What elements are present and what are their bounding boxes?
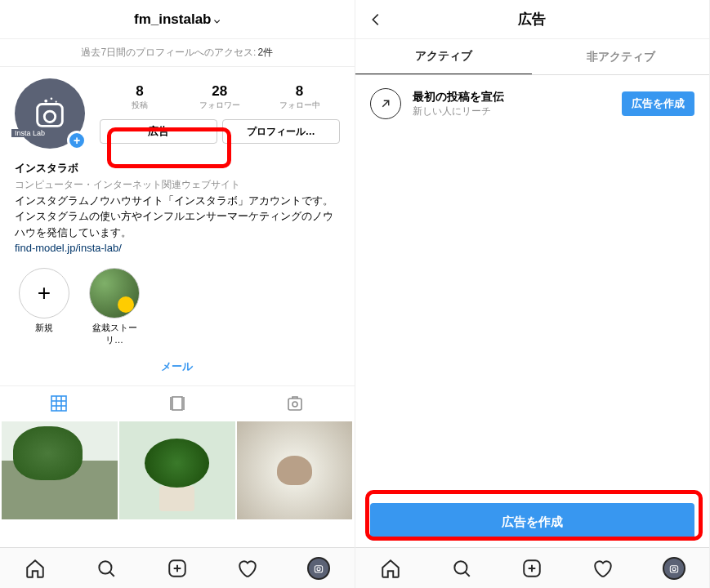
followers-stat[interactable]: 28 フォロワー [180, 83, 260, 111]
entry-title: 最初の投稿を宣伝 [413, 90, 504, 105]
svg-point-27 [454, 561, 467, 573]
add-story-badge[interactable]: + [67, 131, 87, 150]
insights-bar[interactable]: 過去7日間のプロフィールへのアクセス: 2件 [0, 39, 355, 67]
page-title: 広告 [518, 10, 546, 29]
email-button[interactable]: メール [0, 351, 355, 385]
profile-nav[interactable] [284, 548, 355, 588]
create-ad-pill-button[interactable]: 広告を作成 [622, 91, 694, 116]
avatar-brand-label: Insta Lab [11, 129, 48, 137]
tab-active[interactable]: アクティブ [355, 39, 533, 74]
svg-point-19 [99, 561, 111, 573]
following-label: フォロー中 [260, 100, 340, 111]
svg-point-7 [51, 97, 53, 100]
search-nav[interactable] [71, 548, 142, 588]
posts-stat[interactable]: 8 投稿 [100, 83, 180, 111]
feed-view-tab[interactable] [118, 386, 237, 421]
username: fm_instalab [134, 11, 211, 28]
username-dropdown[interactable]: fm_instalab ⌵ [134, 11, 220, 28]
post-thumbnail[interactable] [2, 421, 118, 519]
highlight-story[interactable]: 盆栽ストーリ… [85, 268, 144, 346]
svg-line-20 [109, 572, 114, 576]
svg-point-6 [44, 100, 47, 103]
posts-label: 投稿 [100, 100, 180, 111]
svg-line-28 [465, 572, 469, 576]
home-nav[interactable] [355, 548, 426, 588]
arrow-up-right-icon [370, 88, 401, 119]
svg-line-26 [382, 100, 389, 107]
edit-profile-button[interactable]: プロフィール… [222, 119, 340, 144]
plus-icon: + [19, 268, 69, 318]
svg-rect-32 [670, 565, 677, 572]
highlight-thumbnail [89, 268, 140, 318]
promote-first-post-row[interactable]: 最初の投稿を宣伝 新しい人にリーチ 広告を作成 [355, 75, 710, 132]
tab-inactive[interactable]: 非アクティブ [532, 39, 709, 74]
highlight-new-label: 新規 [15, 322, 74, 334]
svg-rect-14 [172, 397, 182, 410]
profile-category: コンピューター・インターネット関連ウェブサイト [15, 177, 340, 192]
highlight-story-label: 盆栽ストーリ… [85, 322, 144, 346]
svg-point-5 [44, 111, 55, 122]
tagged-view-tab[interactable] [236, 386, 355, 421]
highlight-new[interactable]: + 新規 [15, 268, 74, 346]
svg-rect-17 [288, 399, 301, 410]
profile-nav[interactable] [638, 548, 709, 588]
svg-point-33 [672, 567, 676, 570]
search-nav[interactable] [426, 548, 497, 588]
following-count: 8 [260, 83, 340, 100]
svg-point-18 [292, 402, 297, 407]
grid-view-tab[interactable] [0, 386, 118, 421]
profile-name: インスタラボ [15, 160, 340, 176]
insights-count: 2件 [257, 46, 273, 60]
svg-rect-9 [51, 396, 66, 411]
svg-rect-24 [315, 565, 322, 572]
chevron-down-icon: ⌵ [214, 14, 220, 25]
post-thumbnail[interactable] [119, 421, 235, 519]
svg-point-8 [56, 100, 57, 102]
profile-link[interactable]: find-model.jp/insta-lab/ [15, 240, 340, 256]
profile-avatar[interactable]: Insta Lab + [15, 78, 85, 149]
add-post-nav[interactable] [497, 548, 568, 588]
add-post-nav[interactable] [141, 548, 212, 588]
following-stat[interactable]: 8 フォロー中 [260, 83, 340, 111]
followers-count: 28 [180, 83, 260, 100]
create-ad-big-button[interactable]: 広告を作成 [370, 503, 695, 541]
insights-text: 過去7日間のプロフィールへのアクセス: [81, 46, 256, 60]
posts-count: 8 [100, 83, 180, 100]
profile-bio-text: インスタグラムノウハウサイト「インスタラボ」アカウントです。インスタグラムの使い… [15, 193, 340, 241]
ad-button[interactable]: 広告 [100, 119, 217, 144]
entry-subtitle: 新しい人にリーチ [413, 105, 504, 118]
activity-nav[interactable] [568, 548, 639, 588]
activity-nav[interactable] [212, 548, 284, 588]
followers-label: フォロワー [180, 100, 260, 111]
svg-point-25 [317, 567, 320, 570]
back-button[interactable] [367, 0, 385, 39]
home-nav[interactable] [0, 548, 71, 588]
post-thumbnail[interactable] [237, 421, 353, 519]
